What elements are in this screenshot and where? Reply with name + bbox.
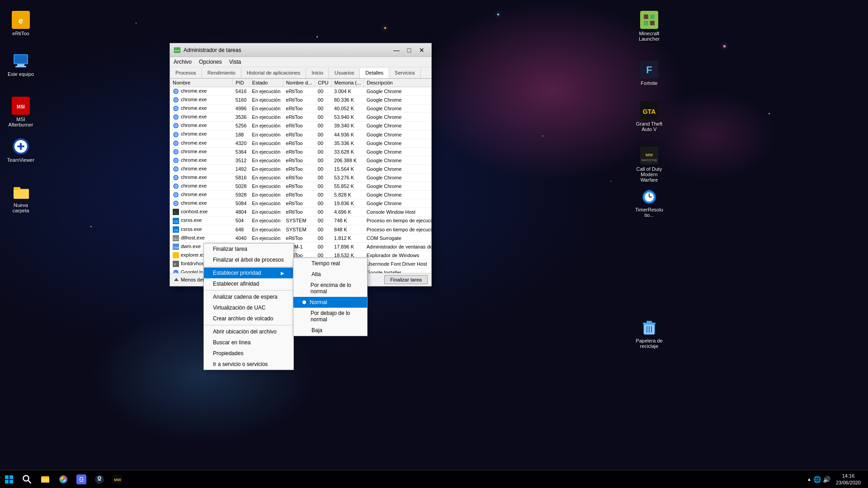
priority-baja[interactable]: Baja (293, 325, 367, 336)
table-row[interactable]: chrome.exe 5160 En ejecución eRtiToo 00 … (170, 96, 431, 104)
col-mem[interactable]: Memoria (... (331, 79, 364, 87)
proc-icon (173, 252, 179, 258)
col-nombred[interactable]: Nombre d... (283, 79, 315, 87)
priority-por-encima[interactable]: Por encima de lo normal (293, 280, 367, 297)
svg-rect-29 (646, 321, 652, 323)
col-estado[interactable]: Estado (249, 79, 283, 87)
menu-opciones[interactable]: Opciones (195, 58, 226, 66)
table-row[interactable]: DLLdllhost.exe 4040 En ejecución eRtiToo… (170, 234, 431, 242)
col-cpu[interactable]: CPU (315, 79, 331, 87)
table-row[interactable]: chrome.exe 5028 En ejecución eRtiToo 00 … (170, 182, 431, 191)
proc-estado: En ejecución (249, 216, 283, 225)
taskbar-volume-icon[interactable]: 🔊 (823, 476, 830, 483)
table-row[interactable]: chrome.exe 5816 En ejecución eRtiToo 00 … (170, 173, 431, 182)
table-row[interactable]: CScsrss.exe 648 En ejecución SYSTEM 00 8… (170, 225, 431, 234)
tab-historial[interactable]: Historial de aplicaciones (241, 68, 307, 78)
ctx-propiedades[interactable]: Propiedades (204, 348, 293, 359)
ctx-abrir-ubicacion[interactable]: Abrir ubicación del archivo (204, 326, 293, 337)
ctx-buscar-linea[interactable]: Buscar en línea (204, 337, 293, 348)
table-row[interactable]: chrome.exe 5256 En ejecución eRtiToo 00 … (170, 122, 431, 130)
proc-desc: Google Chrome (364, 173, 431, 182)
table-row[interactable]: CScsrss.exe 504 En ejecución SYSTEM 00 7… (170, 216, 431, 225)
ctx-establecer-prioridad[interactable]: Establecer prioridad ▶ (204, 267, 293, 278)
taskbar-search[interactable] (18, 470, 36, 488)
table-row[interactable]: chrome.exe 5084 En ejecución eRtiToo 00 … (170, 199, 431, 208)
table-row[interactable]: chrome.exe 1492 En ejecución eRtiToo 00 … (170, 164, 431, 173)
desktop-icon-timerres[interactable]: TimerResolutio... (633, 185, 665, 220)
minimize-button[interactable]: — (391, 46, 402, 55)
minecraft-label: Minecraft Launcher (635, 31, 664, 42)
table-row[interactable]: chrome.exe 5928 En ejecución eRtiToo 00 … (170, 191, 431, 199)
desktop-icon-papelera[interactable]: Papelera de reciclaje (633, 316, 665, 351)
col-nombre[interactable]: Nombre (170, 79, 233, 87)
ctx-finalizar-tarea[interactable]: Finalizar tarea (204, 244, 293, 254)
menu-vista[interactable]: Vista (226, 58, 245, 66)
proc-mem: 33.628 K (331, 147, 364, 156)
priority-tiempo-real[interactable]: Tiempo real (293, 258, 367, 269)
start-button[interactable] (0, 470, 18, 488)
proc-mem: 4.696 K (331, 208, 364, 216)
desktop-icon-msi[interactable]: MSI MSI Afterburner (5, 95, 37, 129)
table-row[interactable]: chrome.exe 5416 En ejecución eRtiToo 00 … (170, 87, 431, 96)
desktop: e eRtiToo Este equipo MSI MSI Afterburne… (0, 0, 868, 488)
table-row[interactable]: chrome.exe 188 En ejecución eRtiToo 00 4… (170, 130, 431, 139)
svg-point-51 (175, 125, 177, 127)
ctx-analizar-espera[interactable]: Analizar cadena de espera (204, 291, 293, 302)
proc-cpu: 00 (315, 96, 331, 104)
table-row[interactable]: chrome.exe 4996 En ejecución eRtiToo 00 … (170, 104, 431, 113)
ctx-virtualizacion-uac[interactable]: Virtualización de UAC (204, 302, 293, 313)
taskbar-steam[interactable] (90, 470, 108, 488)
svg-text:MW: MW (646, 153, 653, 157)
taskbar-chevron[interactable]: ▲ (807, 477, 811, 482)
desktop-icon-eritoo[interactable]: e eRtiToo (5, 9, 37, 38)
proc-mem: 15.564 K (331, 164, 364, 173)
proc-cpu: 00 (315, 130, 331, 139)
ctx-crear-volcado[interactable]: Crear archivo de volcado (204, 313, 293, 324)
ctx-establecer-afinidad[interactable]: Establecer afinidad (204, 278, 293, 289)
table-row[interactable]: chrome.exe 3512 En ejecución eRtiToo 00 … (170, 156, 431, 164)
chrome-icon (58, 474, 68, 484)
table-row[interactable]: chrome.exe 4320 En ejecución eRtiToo 00 … (170, 139, 431, 147)
taskbar-chrome[interactable] (54, 470, 72, 488)
col-pid[interactable]: PID (233, 79, 249, 87)
tab-detalles[interactable]: Detalles (360, 68, 389, 78)
desktop-icon-fortnite[interactable]: F Fortnite (633, 59, 665, 88)
tab-inicio[interactable]: Inicio (306, 68, 329, 78)
tab-usuarios[interactable]: Usuarios (329, 68, 360, 78)
menu-archivo[interactable]: Archivo (170, 58, 195, 66)
taskbar-mw[interactable]: MW (108, 470, 127, 488)
proc-estado: En ejecución (249, 156, 283, 164)
table-row[interactable]: >_conhost.exe 4804 En ejecución eRtiToo … (170, 208, 431, 216)
proc-mem: 35.336 K (331, 139, 364, 147)
ctx-finalizar-arbol[interactable]: Finalizar el árbol de procesos (204, 254, 293, 265)
proc-desc: Google Installer (364, 268, 431, 273)
tab-servicios[interactable]: Servicios (389, 68, 421, 78)
table-row[interactable]: chrome.exe 3536 En ejecución eRtiToo 00 … (170, 113, 431, 122)
desktop-icon-nueva-carpeta[interactable]: Nueva carpeta (5, 181, 37, 215)
priority-por-debajo[interactable]: Por debajo de lo normal (293, 308, 367, 325)
proc-icon: CS (173, 218, 179, 224)
end-task-button[interactable]: Finalizar tarea (384, 275, 428, 284)
col-desc[interactable]: Descripción (364, 79, 431, 87)
desktop-icon-este-equipo[interactable]: Este equipo (5, 50, 37, 79)
close-button[interactable]: ✕ (416, 46, 428, 55)
proc-icon (173, 140, 179, 146)
desktop-icon-teamviewer[interactable]: TeamViewer (5, 136, 37, 164)
maximize-button[interactable]: □ (403, 46, 415, 55)
ctx-ir-servicio[interactable]: Ir a servicio o servicios (204, 359, 293, 370)
taskbar-explorer[interactable] (36, 470, 54, 488)
proc-desc: Google Chrome (364, 96, 431, 104)
priority-normal[interactable]: Normal (293, 297, 367, 308)
svg-rect-11 (644, 14, 648, 19)
taskbar-clock[interactable]: 14:16 23/06/2020 (832, 473, 864, 486)
tab-rendimiento[interactable]: Rendimiento (202, 68, 241, 78)
papelera-label: Papelera de reciclaje (635, 338, 664, 349)
priority-alta[interactable]: Alta (293, 269, 367, 280)
proc-user: SYSTEM (283, 225, 315, 234)
table-row[interactable]: chrome.exe 5364 En ejecución eRtiToo 00 … (170, 147, 431, 156)
taskbar-discord[interactable] (72, 470, 90, 488)
desktop-icon-cod-mw[interactable]: MW WARZONE Call of Duty Modern Warfare (633, 145, 665, 184)
tab-procesos[interactable]: Procesos (170, 68, 202, 78)
desktop-icon-minecraft[interactable]: Minecraft Launcher (633, 9, 665, 43)
desktop-icon-gta5[interactable]: GTA Grand Theft Auto V (633, 99, 665, 134)
